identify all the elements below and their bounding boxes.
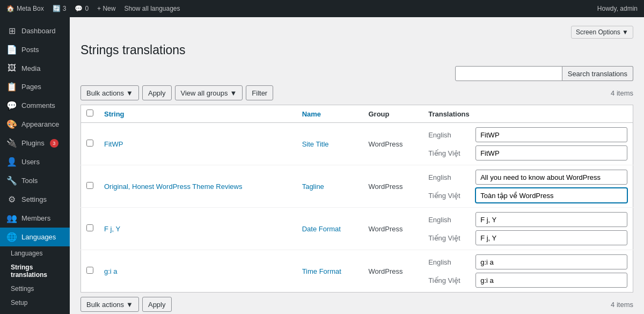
header-name-col[interactable]: Name <box>297 105 363 123</box>
sidebar-languages-section[interactable]: 🌐 Languages <box>0 228 70 246</box>
header-group-col: Group <box>363 105 423 123</box>
bottom-toolbar: Bulk actions ▼ Apply 4 items <box>80 297 633 312</box>
translation-input-4-0[interactable] <box>475 254 627 269</box>
translation-row: English <box>428 212 627 227</box>
plugins-icon: 🔌 <box>6 138 17 148</box>
search-area: Search translations <box>80 66 633 81</box>
screen-options-button[interactable]: Screen Options ▼ <box>571 26 633 39</box>
sidebar-item-tools[interactable]: 🔧 Tools <box>0 171 70 190</box>
sidebar-item-comments[interactable]: 💬 Comments <box>0 96 70 115</box>
dashboard-icon: ⊞ <box>6 26 17 36</box>
item-count: 4 items <box>611 89 633 97</box>
lang-label: English <box>428 216 471 224</box>
row-checkbox-3[interactable] <box>86 224 93 231</box>
sidebar: ⊞ Dashboard 📄 Posts 🖼 Media 📋 Pages 💬 Co… <box>0 17 70 314</box>
row-group-2: WordPress <box>363 165 423 208</box>
translation-row: English <box>428 170 627 185</box>
sidebar-item-plugins[interactable]: 🔌 Plugins 3 <box>0 134 70 152</box>
header-translations-col: Translations <box>423 105 633 123</box>
sidebar-item-media[interactable]: 🖼 Media <box>0 59 70 77</box>
translation-input-2-1[interactable] <box>475 188 627 203</box>
row-string-4: g:i a <box>99 250 297 293</box>
comments-icon: 💬 <box>6 100 17 111</box>
header-string-col[interactable]: String <box>99 105 297 123</box>
bottom-item-count: 4 items <box>611 301 633 309</box>
admin-bar-new[interactable]: + New <box>97 5 115 12</box>
row-translations-1: EnglishTiếng Việt <box>423 123 633 165</box>
screen-options-bar: Screen Options ▼ <box>80 26 633 39</box>
translation-input-3-1[interactable] <box>475 230 627 245</box>
row-checkbox-1[interactable] <box>86 140 93 147</box>
translation-row: Tiếng Việt <box>428 230 627 245</box>
sidebar-item-dashboard[interactable]: ⊞ Dashboard <box>0 21 70 40</box>
row-checkbox-2[interactable] <box>86 182 93 189</box>
settings-icon: ⚙ <box>6 194 17 205</box>
lang-label: Tiếng Việt <box>428 234 471 242</box>
translation-row: English <box>428 127 627 142</box>
sidebar-submenu-settings[interactable]: Settings <box>0 282 70 296</box>
row-string-2: Original, Honest WordPress Theme Reviews <box>99 165 297 208</box>
sidebar-item-posts[interactable]: 📄 Posts <box>0 40 70 59</box>
table-row: Original, Honest WordPress Theme Reviews… <box>81 165 633 208</box>
bottom-apply-button[interactable]: Apply <box>142 297 172 312</box>
appearance-icon: 🎨 <box>6 119 17 129</box>
members-icon: 👥 <box>6 213 17 223</box>
lang-label: English <box>428 131 471 139</box>
row-string-1: FitWP <box>99 123 297 165</box>
sidebar-item-members[interactable]: 👥 Members <box>0 209 70 228</box>
row-name-2: Tagline <box>297 165 363 208</box>
translation-input-1-1[interactable] <box>475 145 627 160</box>
row-string-3: F j, Y <box>99 208 297 250</box>
apply-button[interactable]: Apply <box>142 85 172 100</box>
sidebar-item-users[interactable]: 👤 Users <box>0 152 70 171</box>
row-translations-3: EnglishTiếng Việt <box>423 208 633 250</box>
comment-icon: 💬 <box>75 5 83 12</box>
filter-button[interactable]: Filter <box>246 85 273 100</box>
row-checkbox-4[interactable] <box>86 267 93 274</box>
select-all-checkbox[interactable] <box>86 109 93 116</box>
admin-bar-howdy: Howdy, admin <box>597 5 638 12</box>
main-content: Screen Options ▼ Strings translations Se… <box>70 17 644 314</box>
admin-bar-comments[interactable]: 💬 0 <box>75 5 89 12</box>
sidebar-languages-submenu: Languages Strings translations Settings … <box>0 246 70 314</box>
admin-bar-left: 🏠 Meta Box 🔄 3 💬 0 + New Show all langua… <box>6 5 180 12</box>
row-name-3: Date Format <box>297 208 363 250</box>
sidebar-submenu-strings-translations[interactable]: Strings translations <box>0 260 70 282</box>
table-row: g:i aTime FormatWordPressEnglishTiếng Vi… <box>81 250 633 293</box>
lang-label: Tiếng Việt <box>428 149 471 157</box>
translation-row: English <box>428 254 627 269</box>
languages-icon: 🌐 <box>6 232 17 242</box>
view-all-groups-dropdown[interactable]: View all groups ▼ <box>175 85 243 100</box>
translation-row: Tiếng Việt <box>428 273 627 288</box>
admin-bar-show-languages[interactable]: Show all languages <box>124 5 180 12</box>
translation-input-3-0[interactable] <box>475 212 627 227</box>
search-button[interactable]: Search translations <box>562 66 633 81</box>
sidebar-submenu-setup[interactable]: Setup <box>0 296 70 310</box>
view-all-groups-chevron: ▼ <box>230 89 237 97</box>
top-toolbar: Bulk actions ▼ Apply View all groups ▼ F… <box>80 85 633 100</box>
search-input[interactable] <box>455 66 562 81</box>
sidebar-submenu-languages[interactable]: Languages <box>0 246 70 260</box>
row-group-3: WordPress <box>363 208 423 250</box>
row-translations-4: EnglishTiếng Việt <box>423 250 633 293</box>
translation-input-1-0[interactable] <box>475 127 627 142</box>
bulk-actions-dropdown[interactable]: Bulk actions ▼ <box>80 85 139 100</box>
bulk-actions-chevron: ▼ <box>126 89 133 97</box>
posts-icon: 📄 <box>6 45 17 55</box>
sidebar-item-pages[interactable]: 📋 Pages <box>0 77 70 96</box>
row-group-4: WordPress <box>363 250 423 293</box>
sidebar-item-settings[interactable]: ⚙ Settings <box>0 190 70 209</box>
sidebar-submenu-lingotek[interactable]: Lingotek <box>0 310 70 314</box>
row-group-1: WordPress <box>363 123 423 165</box>
table-header-row: String Name Group Translations <box>81 105 633 123</box>
update-icon: 🔄 <box>53 5 61 12</box>
translation-input-4-1[interactable] <box>475 273 627 288</box>
translations-table: String Name Group Translations FitWPSite… <box>80 105 633 293</box>
row-name-1: Site Title <box>297 123 363 165</box>
translation-input-2-0[interactable] <box>475 170 627 185</box>
bottom-bulk-actions-dropdown[interactable]: Bulk actions ▼ <box>80 297 139 312</box>
admin-bar-site[interactable]: 🏠 Meta Box <box>6 5 44 12</box>
table-row: FitWPSite TitleWordPressEnglishTiếng Việ… <box>81 123 633 165</box>
sidebar-item-appearance[interactable]: 🎨 Appearance <box>0 115 70 134</box>
admin-bar-updates[interactable]: 🔄 3 <box>53 5 67 12</box>
